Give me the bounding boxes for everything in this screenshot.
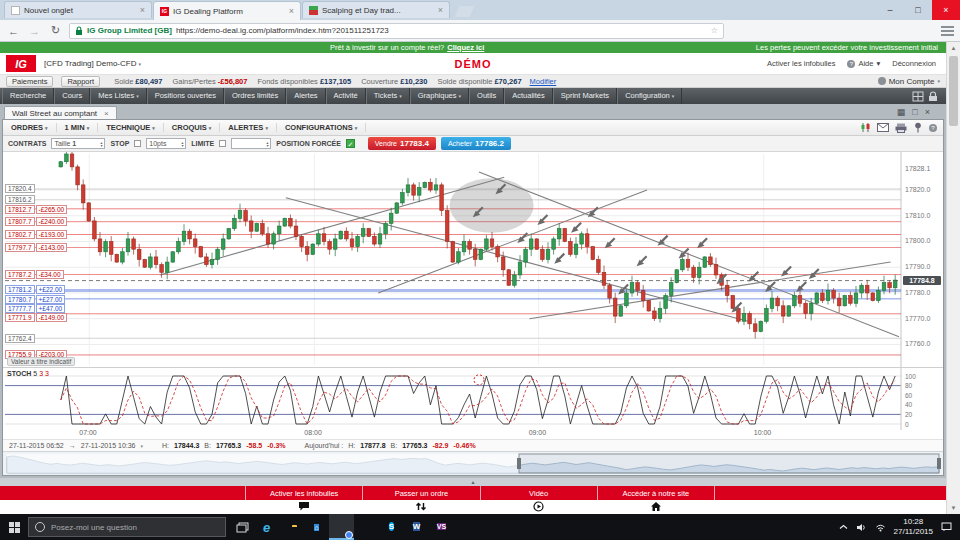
chevron-down-icon[interactable]: ▾: [141, 443, 144, 449]
order-level-label[interactable]: 17812.7-£265.00: [5, 205, 67, 214]
tab-close-icon[interactable]: ×: [438, 5, 443, 15]
taskbar-app-code[interactable]: VS: [429, 514, 454, 540]
order-level-label[interactable]: 17807.7-£240.00: [5, 217, 67, 226]
stepper-icon[interactable]: ▴▾: [100, 141, 102, 147]
promo-cta-link[interactable]: Cliquez ici: [447, 43, 484, 52]
browser-menu-button[interactable]: [941, 26, 954, 36]
volume-icon[interactable]: [856, 523, 867, 532]
footer-link-home[interactable]: Accéder à notre site: [597, 486, 715, 500]
time-axis[interactable]: 07:0008:0009:0010:00: [3, 429, 943, 439]
order-level-label[interactable]: 17787.2-£34.00: [5, 270, 64, 279]
order-level-label[interactable]: 17780.7+£27.00: [5, 295, 65, 304]
menu-item-configuration[interactable]: Configuration▾: [617, 88, 682, 104]
taskbar-app-chrome[interactable]: [329, 514, 354, 540]
print-icon[interactable]: [895, 123, 907, 133]
chart-toolbar-alertes[interactable]: ALERTES▾: [220, 123, 277, 132]
chart-toolbar-ordres[interactable]: ORDRES▾: [3, 123, 57, 132]
footer-icon-order[interactable]: [363, 500, 481, 514]
price-axis[interactable]: 17828.117820.017810.017800.017790.017780…: [902, 152, 943, 367]
taskbar-app-word[interactable]: W: [404, 514, 429, 540]
sell-button[interactable]: Vendre17783.4: [368, 137, 436, 150]
order-level-label[interactable]: 17797.7-£143.00: [5, 243, 67, 252]
stop-input[interactable]: 10pts▴▾: [146, 138, 186, 149]
scroll-down-icon[interactable]: ▼: [947, 502, 960, 514]
tile-layout-icon[interactable]: ▦: [897, 107, 906, 117]
order-level-label[interactable]: 17802.7-£193.00: [5, 230, 67, 239]
chart-help-icon[interactable]: ?: [929, 124, 937, 132]
limit-input[interactable]: ▴▾: [231, 138, 271, 149]
footer-icon-video[interactable]: [480, 500, 598, 514]
taskbar-app-skype[interactable]: S: [379, 514, 404, 540]
forward-button[interactable]: →: [27, 25, 42, 37]
taskbar-app-store[interactable]: ⌂: [304, 514, 329, 540]
window-minimize-button[interactable]: –: [876, 0, 904, 20]
lock-icon[interactable]: [928, 91, 938, 102]
address-bar[interactable]: IG Group Limited [GB] https://demo-deal.…: [69, 23, 724, 39]
payments-button[interactable]: Paiements: [6, 76, 53, 87]
chart-type-icon[interactable]: [860, 122, 871, 133]
order-level-label[interactable]: 17771.9-£149.00: [5, 313, 67, 322]
order-level-label[interactable]: 17816.2: [5, 195, 35, 204]
range-start[interactable]: 27-11-2015 06:52: [9, 442, 64, 449]
menu-item-sprint-markets[interactable]: Sprint Markets: [553, 88, 617, 104]
new-tab-button[interactable]: [454, 6, 474, 17]
price-chart[interactable]: 17820.417816.217812.7-£265.0017807.7-£24…: [3, 152, 943, 367]
size-select[interactable]: Taille1▴▾: [51, 138, 105, 149]
tooltips-link[interactable]: Activer les infobulles: [767, 59, 835, 68]
footer-icon-chat[interactable]: [245, 500, 363, 514]
navigator-canvas[interactable]: [3, 452, 943, 475]
reload-button[interactable]: ↻: [48, 24, 63, 37]
taskbar-app-edge[interactable]: e: [254, 514, 279, 540]
workspace-tab-close-icon[interactable]: ×: [104, 109, 109, 118]
chart-navigator[interactable]: [3, 451, 943, 475]
stepper-icon[interactable]: ▴▾: [266, 141, 268, 147]
tab-close-icon[interactable]: ×: [289, 6, 294, 16]
collapse-handle-icon[interactable]: ▲: [471, 478, 476, 486]
tray-expand-icon[interactable]: [839, 524, 848, 530]
menu-item-actualit-s[interactable]: Actualités: [504, 88, 553, 104]
collapse-strip[interactable]: ▲: [0, 478, 946, 486]
range-end[interactable]: 27-11-2015 10:36: [81, 442, 136, 449]
report-button[interactable]: Rapport: [61, 76, 100, 87]
order-level-label[interactable]: 17762.4: [5, 334, 35, 343]
footer-link-video[interactable]: Vidéo: [480, 486, 597, 500]
chart-toolbar-technique[interactable]: TECHNIQUE▾: [98, 123, 164, 132]
taskbar-app-firefox[interactable]: [354, 514, 379, 540]
back-button[interactable]: ←: [6, 25, 21, 37]
start-button[interactable]: [0, 514, 28, 540]
browser-tab[interactable]: IGIG Dealing Platform×: [153, 1, 301, 20]
stepper-icon[interactable]: ▴▾: [181, 141, 183, 147]
layout-icon[interactable]: [912, 91, 924, 102]
order-level-label[interactable]: 17820.4: [5, 184, 35, 193]
pin-icon[interactable]: [913, 122, 923, 133]
workspace-tab[interactable]: Wall Street au comptant ×: [4, 106, 117, 119]
account-menu[interactable]: Mon Compte▾: [878, 77, 940, 86]
scrollbar-thumb[interactable]: [949, 56, 958, 126]
footer-link-chat[interactable]: Activer les infobulles: [245, 486, 362, 500]
order-level-label[interactable]: 17777.7+£47.00: [5, 304, 65, 313]
window-maximize-button[interactable]: □: [904, 0, 932, 20]
browser-tab[interactable]: Nouvel onglet×: [4, 1, 152, 18]
modify-link[interactable]: Modifier: [530, 77, 557, 86]
page-scrollbar[interactable]: ▲ ▼: [946, 42, 960, 514]
menu-item-mes-listes[interactable]: Mes Listes▾: [90, 88, 146, 104]
menu-item-graphiques[interactable]: Graphiques▾: [410, 88, 469, 104]
chart-toolbar-configurations[interactable]: CONFIGURATIONS▾: [277, 123, 366, 132]
menu-item-ordres-limit-s[interactable]: Ordres limités: [224, 88, 286, 104]
footer-icon-home[interactable]: [598, 500, 716, 514]
bookmark-star-icon[interactable]: ☆: [711, 26, 718, 35]
close-workspace-icon[interactable]: ×: [925, 107, 930, 117]
footer-link-order[interactable]: Passer un ordre: [362, 486, 479, 500]
taskbar-app-file-explorer[interactable]: [279, 514, 304, 540]
window-close-button[interactable]: ×: [932, 0, 960, 20]
help-link[interactable]: ?Aide▾: [847, 59, 880, 68]
menu-item-recherche[interactable]: Recherche: [2, 88, 54, 104]
chart-toolbar-croquis[interactable]: CROQUIS▾: [164, 123, 221, 132]
limit-checkbox[interactable]: [219, 140, 226, 147]
notification-icon[interactable]: [941, 522, 952, 532]
menu-item-activit-[interactable]: Activité: [326, 88, 366, 104]
scroll-up-icon[interactable]: ▲: [947, 42, 960, 54]
menu-item-positions-ouvertes[interactable]: Positions ouvertes: [147, 88, 224, 104]
menu-item-outils[interactable]: Outils: [469, 88, 504, 104]
menu-item-alertes[interactable]: Alertes: [286, 88, 325, 104]
